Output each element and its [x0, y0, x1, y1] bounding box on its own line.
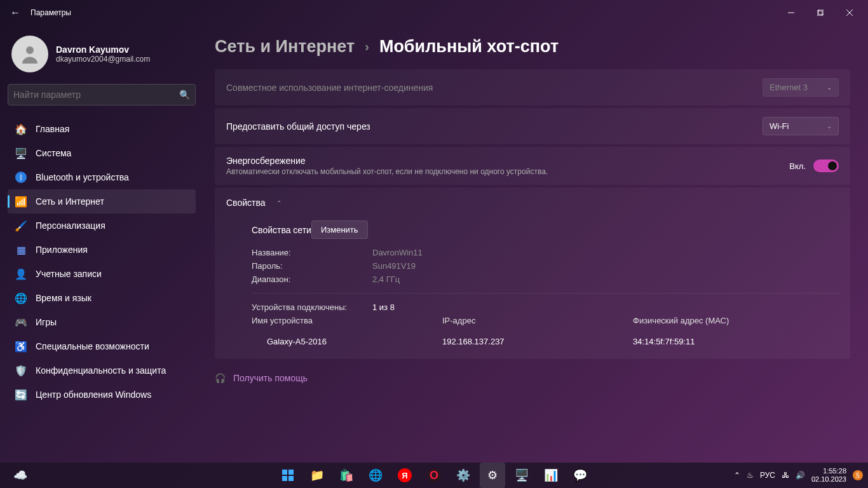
power-saving-row: Энергосбережение Автоматически отключать… [215, 147, 850, 185]
dropdown-value: Ethernet 3 [770, 83, 808, 92]
breadcrumb-current: Мобильный хот-спот [379, 37, 559, 57]
clock-icon: 🌐 [15, 292, 27, 304]
yandex-icon[interactable]: Я [392, 463, 417, 488]
titlebar: ← Параметры [0, 0, 868, 25]
sidebar-item-system[interactable]: 🖥️Система [8, 141, 196, 165]
sidebar-item-time[interactable]: 🌐Время и язык [8, 286, 196, 310]
sidebar-item-label: Игры [36, 317, 57, 327]
tray-notification-badge[interactable]: 5 [853, 470, 863, 480]
search-box[interactable]: 🔍 [8, 84, 196, 105]
weather-widget[interactable]: ☁️ [8, 463, 33, 488]
app-icon-2[interactable]: 📊 [538, 463, 564, 488]
sidebar-item-accounts[interactable]: 👤Учетные записи [8, 262, 196, 286]
tray-volume-icon[interactable]: 🔊 [796, 471, 805, 480]
tray-chevron-icon[interactable]: ⌃ [734, 471, 740, 480]
sidebar-item-label: Главная [36, 124, 69, 134]
opera-icon[interactable]: O [421, 463, 447, 488]
svg-point-5 [26, 46, 34, 54]
tray-clock[interactable]: 1:55:28 02.10.2023 [811, 467, 846, 484]
properties-section: Свойства ⌃ Свойства сети Изменить Назван… [215, 187, 850, 359]
sidebar-item-label: Сеть и Интернет [36, 196, 104, 207]
accessibility-icon: ♿ [15, 341, 27, 352]
col-device-name: Имя устройства [252, 316, 442, 325]
sidebar-item-accessibility[interactable]: ♿Специальные возможности [8, 334, 196, 358]
tray-steam-icon[interactable]: ♨ [747, 471, 754, 480]
sidebar-item-home[interactable]: 🏠Главная [8, 117, 196, 141]
power-label: Энергосбережение [226, 156, 548, 166]
sidebar-item-update[interactable]: 🔄Центр обновления Windows [8, 383, 196, 407]
share-connection-label: Совместное использование интернет-соедин… [226, 83, 433, 93]
prop-pass-value: Sun491V19 [372, 261, 416, 271]
minimize-button[interactable] [776, 3, 806, 23]
start-button[interactable] [275, 463, 301, 488]
sidebar-item-apps[interactable]: ▦Приложения [8, 238, 196, 262]
sidebar-item-label: Персонализация [36, 220, 105, 231]
sidebar-item-personalization[interactable]: 🖌️Персонализация [8, 214, 196, 238]
prop-band-value: 2,4 ГГц [372, 274, 400, 284]
share-over-label: Предоставить общий доступ через [226, 121, 370, 132]
breadcrumb: Сеть и Интернет › Мобильный хот-спот [215, 37, 850, 57]
sidebar-item-label: Bluetooth и устройства [36, 172, 129, 182]
sidebar-item-privacy[interactable]: 🛡️Конфиденциальность и защита [8, 358, 196, 383]
dropdown-value: Wi-Fi [770, 121, 789, 131]
apps-icon: ▦ [15, 244, 27, 255]
prop-name-key: Название: [252, 248, 372, 257]
properties-header[interactable]: Свойства ⌃ [215, 187, 850, 218]
app-title: Параметры [31, 8, 71, 17]
breadcrumb-parent[interactable]: Сеть и Интернет [215, 37, 355, 57]
power-sublabel: Автоматически отключать мобильный хот-сп… [226, 167, 548, 176]
properties-title: Свойства [226, 198, 265, 208]
share-connection-dropdown[interactable]: Ethernet 3 ⌄ [763, 78, 839, 97]
sidebar-item-bluetooth[interactable]: ᛒBluetooth и устройства [8, 165, 196, 189]
svg-rect-6 [282, 470, 287, 475]
chevron-up-icon: ⌃ [276, 200, 281, 207]
share-connection-row: Совместное использование интернет-соедин… [215, 69, 850, 105]
close-button[interactable] [835, 3, 864, 23]
bluetooth-icon: ᛒ [15, 172, 27, 183]
edge-icon[interactable]: 🌐 [363, 463, 388, 488]
sidebar-item-gaming[interactable]: 🎮Игры [8, 310, 196, 334]
net-properties-title: Свойства сети [252, 225, 311, 235]
back-button[interactable]: ← [4, 7, 27, 18]
avatar [11, 36, 48, 72]
tray-time: 1:55:28 [811, 467, 846, 475]
device-row: Galaxy-A5-2016 192.168.137.237 34:14:5f:… [252, 329, 839, 346]
power-toggle[interactable] [813, 159, 839, 172]
main-content: Сеть и Интернет › Мобильный хот-спот Сов… [203, 25, 868, 463]
user-name: Davron Kayumov [56, 44, 150, 55]
svg-rect-1 [817, 11, 822, 16]
svg-rect-8 [282, 476, 287, 481]
brush-icon: 🖌️ [15, 220, 27, 231]
tray-lang[interactable]: РУС [760, 471, 775, 480]
store-icon[interactable]: 🛍️ [334, 463, 359, 488]
gaming-icon: 🎮 [15, 316, 27, 328]
share-over-dropdown[interactable]: Wi-Fi ⌄ [763, 117, 839, 135]
app-icon-3[interactable]: 💬 [567, 463, 593, 488]
sidebar-item-label: Центр обновления Windows [36, 390, 151, 400]
svg-rect-7 [288, 470, 294, 475]
device-name: Galaxy-A5-2016 [267, 337, 442, 346]
prop-name-value: DavronWin11 [372, 248, 423, 257]
explorer-icon[interactable]: 📁 [304, 463, 330, 488]
help-link[interactable]: Получить помощь [233, 373, 308, 383]
sidebar-item-label: Учетные записи [36, 269, 102, 279]
share-over-row: Предоставить общий доступ через Wi-Fi ⌄ [215, 108, 850, 144]
wifi-icon: 📶 [15, 196, 27, 207]
maximize-button[interactable] [806, 3, 835, 23]
sidebar-item-label: Приложения [36, 245, 88, 255]
user-account[interactable]: Davron Kayumov dkayumov2004@gmail.com [8, 32, 196, 84]
devices-connected-key: Устройства подключены: [252, 302, 372, 312]
tray-network-icon[interactable]: 🖧 [782, 471, 789, 480]
svg-rect-2 [818, 10, 824, 15]
taskbar: ☁️ 📁 🛍️ 🌐 Я O ⚙️ ⚙ 🖥️ 📊 💬 ⌃ ♨ РУС 🖧 🔊 1:… [0, 463, 868, 488]
device-mac: 34:14:5f:7f:59:11 [633, 337, 695, 346]
settings-app-icon[interactable]: ⚙ [480, 463, 505, 488]
sidebar-item-network[interactable]: 📶Сеть и Интернет [8, 189, 196, 214]
edit-button[interactable]: Изменить [311, 220, 368, 239]
search-input[interactable] [13, 90, 179, 100]
steam-icon[interactable]: ⚙️ [451, 463, 476, 488]
device-ip: 192.168.137.237 [442, 337, 633, 346]
sidebar-item-label: Система [36, 148, 71, 158]
app-icon-1[interactable]: 🖥️ [509, 463, 534, 488]
svg-rect-9 [288, 476, 294, 481]
